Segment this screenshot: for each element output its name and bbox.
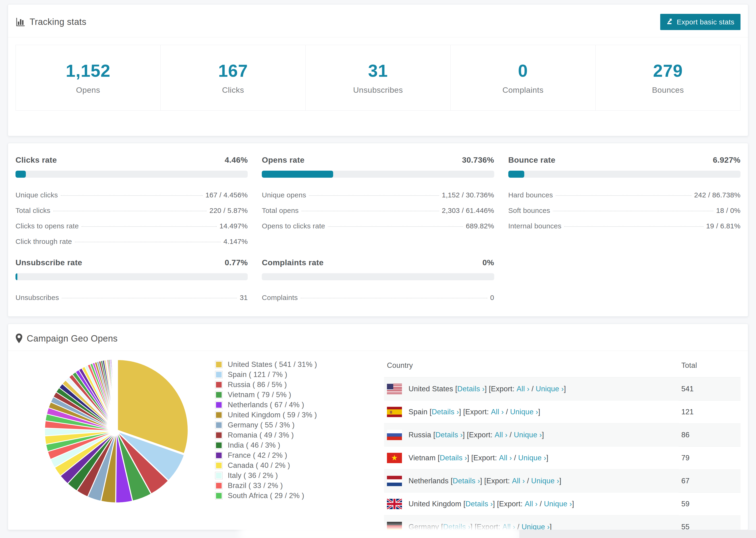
export-unique-link-spain[interactable]: Unique ›	[510, 408, 538, 416]
opens-rate-title: Opens rate	[262, 155, 304, 165]
legend-item-vietnam[interactable]: Vietnam ( 79 / 5% )	[215, 390, 377, 400]
tracking-stats-card: Tracking stats Export basic stats 1,152 …	[8, 4, 748, 136]
legend-label: United Kingdom ( 59 / 3% )	[228, 411, 317, 419]
legend-item-canada[interactable]: Canada ( 40 / 2% )	[215, 460, 377, 470]
map-pin-icon	[16, 333, 23, 344]
tracking-stats-title: Tracking stats	[16, 17, 86, 27]
stat-box-clicks: 167 Clicks	[160, 45, 305, 111]
legend-item-netherlands[interactable]: Netherlands ( 67 / 4% )	[215, 400, 377, 410]
geo-table-row-spain: Spain [Details ›] [Export: All › / Uniqu…	[384, 401, 740, 423]
export-all-link-russia[interactable]: All ›	[495, 431, 508, 439]
legend-item-united-kingdom[interactable]: United Kingdom ( 59 / 3% )	[215, 410, 377, 420]
legend-label: United States ( 541 / 31% )	[228, 360, 317, 369]
legend-item-france[interactable]: France ( 42 / 2% )	[215, 450, 377, 460]
legend-item-brazil[interactable]: Brazil ( 33 / 2% )	[215, 480, 377, 491]
export-icon	[666, 18, 674, 26]
stat-row: Total clicks220 / 5.87%	[16, 200, 248, 216]
pie-slice-small-country[interactable]	[116, 359, 117, 430]
country-total: 67	[678, 469, 740, 493]
complaints-rate-block: Complaints rate 0% Complaints0	[262, 258, 494, 303]
dotted-leader	[556, 195, 691, 196]
gb-flag-icon	[387, 499, 402, 509]
legend-swatch	[215, 472, 223, 479]
export-unique-link-united-states[interactable]: Unique ›	[536, 385, 564, 393]
legend-label: Spain ( 121 / 7% )	[228, 370, 287, 379]
details-link-spain[interactable]: Details ›	[432, 408, 459, 416]
geo-pie-chart[interactable]	[16, 354, 215, 506]
dotted-leader	[53, 211, 207, 211]
clicks-rate-title: Clicks rate	[16, 155, 57, 165]
legend-item-united-states[interactable]: United States ( 541 / 31% )	[215, 359, 377, 369]
country-name: Spain	[408, 408, 428, 416]
export-unique-link-germany[interactable]: Unique ›	[521, 523, 550, 530]
legend-swatch	[215, 411, 223, 419]
legend-label: Romania ( 49 / 3% )	[228, 431, 294, 439]
stat-box-bounces: 279 Bounces	[595, 45, 740, 111]
export-all-link-united-kingdom[interactable]: All ›	[525, 500, 538, 508]
legend-swatch	[215, 401, 223, 409]
us-flag-icon	[387, 384, 402, 394]
complaints-rate-title: Complaints rate	[262, 258, 324, 267]
complaints-label: Complaints	[503, 85, 544, 95]
legend-label: France ( 42 / 2% )	[228, 451, 287, 459]
bounce-rate-title: Bounce rate	[508, 155, 556, 165]
legend-item-italy[interactable]: Italy ( 36 / 2% )	[215, 470, 377, 480]
legend-item-spain[interactable]: Spain ( 121 / 7% )	[215, 369, 377, 380]
legend-swatch	[215, 371, 223, 378]
legend-label: Germany ( 55 / 3% )	[228, 421, 295, 429]
dotted-leader	[62, 298, 237, 298]
opens-label: Opens	[76, 85, 100, 95]
stat-box-complaints: 0 Complaints	[450, 45, 595, 111]
details-link-united-states[interactable]: Details ›	[458, 385, 485, 393]
geo-table: Country Total United States [Details ›] …	[384, 354, 740, 530]
details-link-vietnam[interactable]: Details ›	[440, 454, 467, 462]
clicks-label: Clicks	[222, 85, 244, 95]
export-unique-link-russia[interactable]: Unique ›	[514, 431, 542, 439]
country-name: Russia	[408, 431, 431, 439]
geo-table-row-russia: Russia [Details ›] [Export: All › / Uniq…	[384, 423, 740, 447]
export-unique-link-netherlands[interactable]: Unique ›	[531, 477, 559, 485]
export-basic-stats-button[interactable]: Export basic stats	[660, 14, 740, 30]
details-link-united-kingdom[interactable]: Details ›	[465, 500, 493, 508]
legend-swatch	[215, 492, 223, 500]
bar-chart-icon	[16, 17, 26, 27]
legend-item-south-africa[interactable]: South Africa ( 29 / 2% )	[215, 491, 377, 501]
legend-swatch	[215, 421, 223, 429]
country-total: 55	[678, 515, 740, 530]
unsubscribe-rate-bar	[16, 273, 248, 280]
tracking-stats-title-text: Tracking stats	[29, 17, 86, 27]
geo-header: Campaign Geo Opens	[8, 324, 748, 351]
legend-swatch	[215, 391, 223, 399]
complaints-rate-value: 0%	[482, 258, 494, 267]
details-link-netherlands[interactable]: Details ›	[453, 477, 480, 485]
export-unique-link-united-kingdom[interactable]: Unique ›	[544, 500, 572, 508]
country-total: 59	[678, 493, 740, 515]
country-name: United Kingdom	[408, 500, 461, 508]
total-column-header: Total	[678, 354, 740, 377]
details-link-russia[interactable]: Details ›	[435, 431, 462, 439]
legend-item-germany[interactable]: Germany ( 55 / 3% )	[215, 420, 377, 430]
stat-row: Total opens2,303 / 61.446%	[262, 200, 494, 216]
nl-flag-icon	[387, 476, 402, 486]
pie-legend: United States ( 541 / 31% )Spain ( 121 /…	[215, 354, 377, 530]
export-all-link-vietnam[interactable]: All ›	[499, 454, 512, 462]
export-unique-link-vietnam[interactable]: Unique ›	[518, 454, 546, 462]
unsubscribe-rate-value: 0.77%	[225, 258, 248, 267]
stat-row: Unsubscribes31	[16, 287, 248, 303]
dotted-leader	[564, 226, 703, 227]
opens-rate-block: Opens rate 30.736% Unique opens1,152 / 3…	[262, 155, 494, 247]
legend-label: Canada ( 40 / 2% )	[228, 461, 290, 470]
export-all-link-united-states[interactable]: All ›	[516, 385, 529, 393]
unsubscribe-rate-block: Unsubscribe rate 0.77% Unsubscribes31	[16, 258, 248, 303]
geo-table-row-vietnam: Vietnam [Details ›] [Export: All › / Uni…	[384, 447, 740, 469]
legend-item-russia[interactable]: Russia ( 86 / 5% )	[215, 380, 377, 390]
legend-item-romania[interactable]: Romania ( 49 / 3% )	[215, 430, 377, 440]
dotted-leader	[328, 226, 463, 227]
stat-row: Opens to clicks rate689.82%	[262, 216, 494, 231]
export-all-link-spain[interactable]: All ›	[491, 408, 504, 416]
legend-item-india[interactable]: India ( 46 / 3% )	[215, 440, 377, 450]
legend-swatch	[215, 482, 223, 489]
legend-label: Brazil ( 33 / 2% )	[228, 481, 283, 490]
export-all-link-netherlands[interactable]: All ›	[512, 477, 525, 485]
stat-row: Hard bounces242 / 86.738%	[508, 185, 740, 200]
